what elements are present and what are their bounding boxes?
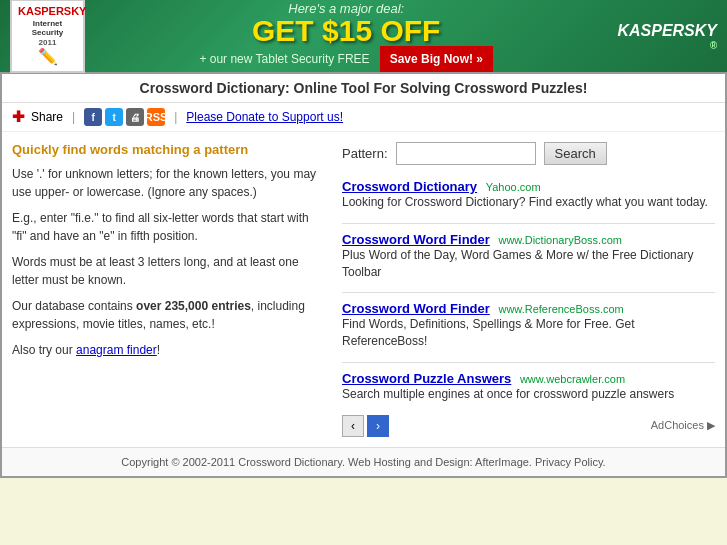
save-big-now-button[interactable]: Save Big Now! » xyxy=(380,46,493,72)
left-para-5-after: ! xyxy=(157,343,160,357)
banner: KASPERSKY Internet Security 2011 ✏️ Here… xyxy=(0,0,727,72)
left-column: Quickly find words matching a pattern Us… xyxy=(12,142,322,437)
share-plus-icon[interactable]: ✚ xyxy=(12,108,25,126)
page-title: Crossword Dictionary: Online Tool For So… xyxy=(2,74,725,103)
banner-big-text: GET $15 OFF xyxy=(85,16,607,46)
ad-1-title-link[interactable]: Crossword Dictionary xyxy=(342,179,477,194)
content-area: Quickly find words matching a pattern Us… xyxy=(2,132,725,447)
donate-link[interactable]: Please Donate to Support us! xyxy=(186,110,343,124)
ad-divider-2 xyxy=(342,292,715,293)
kaspersky-logo-box: KASPERSKY Internet Security 2011 ✏️ xyxy=(10,0,85,73)
print-icon[interactable]: 🖨 xyxy=(126,108,144,126)
ad-3-title-link[interactable]: Crossword Word Finder xyxy=(342,301,490,316)
pattern-row: Pattern: Search xyxy=(342,142,715,165)
social-icons-group: f t 🖨 RSS xyxy=(84,108,165,126)
banner-right-logo: KASPERSKY ® xyxy=(607,22,717,51)
left-para-4: Our database contains over 235,000 entri… xyxy=(12,297,322,333)
left-para-4-bold: over 235,000 entries xyxy=(136,299,251,313)
twitter-icon[interactable]: t xyxy=(105,108,123,126)
ad-choices-label: AdChoices ▶ xyxy=(651,419,715,432)
kaspersky-product: Internet Security xyxy=(18,19,77,38)
left-para-1: Use '.' for unknown letters; for the kno… xyxy=(12,165,322,201)
ad-1-source: Yahoo.com xyxy=(486,181,541,193)
search-button[interactable]: Search xyxy=(544,142,607,165)
left-para-3: Words must be at least 3 letters long, a… xyxy=(12,253,322,289)
pattern-input[interactable] xyxy=(396,142,536,165)
ad-2-desc: Plus Word of the Day, Word Games & More … xyxy=(342,247,715,281)
left-para-5: Also try our anagram finder! xyxy=(12,341,322,359)
ad-4-title-link[interactable]: Crossword Puzzle Answers xyxy=(342,371,511,386)
anagram-finder-link[interactable]: anagram finder xyxy=(76,343,157,357)
ad-divider-1 xyxy=(342,223,715,224)
ad-divider-3 xyxy=(342,362,715,363)
separator-2: | xyxy=(174,110,177,124)
left-para-5-before: Also try our xyxy=(12,343,76,357)
banner-center: Here's a major deal: GET $15 OFF + our n… xyxy=(85,1,607,72)
ad-navigation: ‹ › AdChoices ▶ xyxy=(342,415,715,437)
footer: Copyright © 2002-2011 Crossword Dictiona… xyxy=(2,447,725,476)
main-container: Crossword Dictionary: Online Tool For So… xyxy=(0,72,727,478)
share-label: Share xyxy=(31,110,63,124)
ad-result-1-title-row: Crossword Dictionary Yahoo.com xyxy=(342,179,715,194)
separator-1: | xyxy=(72,110,75,124)
ad-result-3-title-row: Crossword Word Finder www.ReferenceBoss.… xyxy=(342,301,715,316)
ad-result-3: Crossword Word Finder www.ReferenceBoss.… xyxy=(342,301,715,350)
rss-icon[interactable]: RSS xyxy=(147,108,165,126)
ad-prev-button[interactable]: ‹ xyxy=(342,415,364,437)
right-column: Pattern: Search Crossword Dictionary Yah… xyxy=(342,142,715,437)
pattern-label: Pattern: xyxy=(342,146,388,161)
ad-3-desc: Find Words, Definitions, Spellings & Mor… xyxy=(342,316,715,350)
facebook-icon[interactable]: f xyxy=(84,108,102,126)
share-bar: ✚ Share | f t 🖨 RSS | Please Donate to S… xyxy=(2,103,725,132)
ad-result-4: Crossword Puzzle Answers www.webcrawler.… xyxy=(342,371,715,403)
left-para-2: E.g., enter "fi.e." to find all six-lett… xyxy=(12,209,322,245)
left-para-4-before: Our database contains xyxy=(12,299,136,313)
ad-1-desc: Looking for Crossword Dictionary? Find e… xyxy=(342,194,715,211)
left-headline: Quickly find words matching a pattern xyxy=(12,142,322,157)
kaspersky-logo-text: KASPERSKY xyxy=(18,5,77,18)
ad-result-2: Crossword Word Finder www.DictionaryBoss… xyxy=(342,232,715,281)
ad-2-title-link[interactable]: Crossword Word Finder xyxy=(342,232,490,247)
ad-4-desc: Search multiple engines at once for cros… xyxy=(342,386,715,403)
ad-2-source: www.DictionaryBoss.com xyxy=(498,234,621,246)
ad-4-source: www.webcrawler.com xyxy=(520,373,625,385)
kaspersky-year: 2011 xyxy=(18,38,77,48)
banner-left: KASPERSKY Internet Security 2011 ✏️ xyxy=(10,0,85,73)
ad-result-4-title-row: Crossword Puzzle Answers www.webcrawler.… xyxy=(342,371,715,386)
ad-result-2-title-row: Crossword Word Finder www.DictionaryBoss… xyxy=(342,232,715,247)
ad-nav-buttons: ‹ › xyxy=(342,415,389,437)
ad-next-button[interactable]: › xyxy=(367,415,389,437)
ad-3-source: www.ReferenceBoss.com xyxy=(498,303,623,315)
banner-bottom-text: + our new Tablet Security FREE xyxy=(199,52,369,66)
ad-result-1: Crossword Dictionary Yahoo.com Looking f… xyxy=(342,179,715,211)
